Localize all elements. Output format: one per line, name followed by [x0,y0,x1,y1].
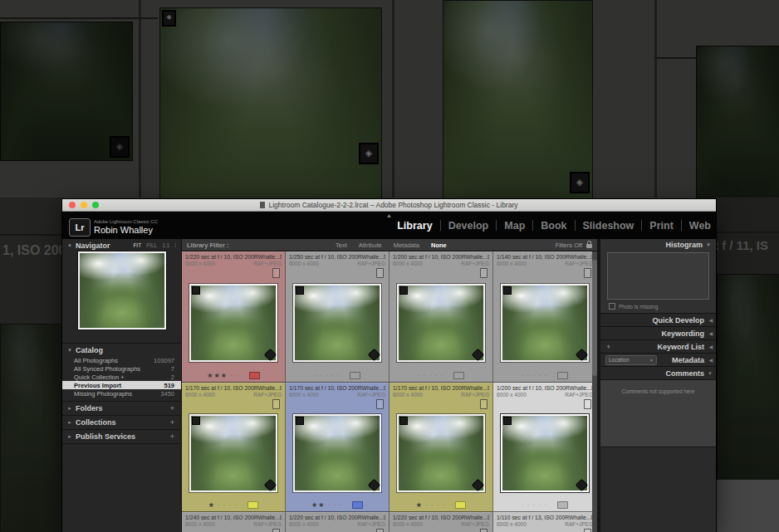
flag-icon[interactable] [480,529,487,532]
navigator-preview-image[interactable] [78,251,166,329]
photo-thumbnail[interactable] [189,284,277,362]
color-label-swatch[interactable] [455,501,466,509]
photo-cell[interactable]: 1/170 sec at f / 10, ISO 200RWhalle...DS… [182,383,286,512]
photo-cell[interactable]: 1/170 sec at f / 10, ISO 200RWhalle...DS… [286,383,390,512]
filter-option-metadata[interactable]: Metadata [394,242,419,249]
catalog-item-quick-collection-[interactable]: Quick Collection +2 [62,373,181,381]
color-label-swatch[interactable] [352,501,363,509]
panel-header-keyword-list[interactable]: +Keyword List◀ [600,340,716,354]
flag-icon[interactable] [272,529,280,532]
photo-cell[interactable]: 1/220 sec at f / 10, ISO 200RWhalle...DS… [286,512,390,532]
raw-jpeg-badge-icon [192,286,200,295]
photo-cell[interactable]: 1/170 sec at f / 10, ISO 200RWhalle...DS… [390,383,493,512]
add-button[interactable]: + [170,432,174,441]
filter-option-none[interactable]: None [431,242,447,249]
flag-icon[interactable] [376,529,384,532]
cell-header: 1/170 sec at f / 10, ISO 200RWhalle...DS… [390,383,492,391]
tab-map[interactable]: Map [504,220,525,232]
filter-option-text[interactable]: Text [336,242,347,249]
metadata-preset-dropdown[interactable]: Location▼ [605,355,657,365]
color-label-swatch[interactable] [247,501,258,509]
grid-scrollbar-thumb[interactable] [592,260,597,376]
photo-thumbnail[interactable] [397,284,485,362]
grid-scrollbar-track[interactable] [592,251,597,532]
photo-cell[interactable]: 1/110 sec at f / 13, ISO 200RWhalle...DS… [493,512,597,532]
add-keyword-button[interactable]: + [606,343,610,351]
color-label-swatch[interactable] [350,372,360,379]
sidebar-section-collections[interactable]: ►Collections+ [62,415,181,429]
exposure-info: 1/170 sec at f / 10, ISO 200 [393,385,462,391]
zoom-fill-option[interactable]: FILL [146,242,157,248]
catalog-item-all-photographs[interactable]: All Photographs103097 [62,356,181,364]
panel-header-quick-develop[interactable]: Quick Develop◀ [600,314,716,327]
photo-thumbnail[interactable] [293,414,381,492]
panel-header-metadata[interactable]: Location▼Metadata◀ [600,354,716,367]
panel-header-keywording[interactable]: Keywording◀ [600,327,716,340]
cell-header: 1/200 sec at f / 10, ISO 200RWhalle...DS… [493,383,596,391]
badge-icon: ◈ [110,136,130,158]
photo-thumbnail[interactable] [501,414,589,492]
rating-stars[interactable]: · · · · · [522,501,547,509]
tab-web[interactable]: Web [689,220,711,232]
catalog-title: Catalog [76,346,103,354]
image-dimensions: 6000 x 4000 [497,392,527,398]
tab-book[interactable]: Book [541,220,566,232]
photo-thumbnail[interactable] [397,414,485,492]
zoom-fit-option[interactable]: FIT [133,242,141,248]
photo-cell[interactable]: 1/220 sec at f / 10, ISO 200RWhalle...DS… [390,512,493,532]
color-label-swatch[interactable] [557,501,568,509]
color-label-swatch[interactable] [453,372,464,379]
sidebar-section-folders[interactable]: ►Folders+ [62,401,181,415]
flag-row [182,398,285,408]
tab-library[interactable]: Library [397,220,432,232]
panel-header-comments[interactable]: Comments▼ [600,367,716,380]
tab-slideshow[interactable]: Slideshow [583,220,634,232]
rating-stars[interactable]: · · · · · [418,372,443,379]
cell-subheader: 6000 x 4000RAF+JPEG [493,391,596,398]
thumbnail-area [286,277,389,368]
window-titlebar[interactable]: Lightroom Catalogue-2-2-2.lrcat – Adobe … [62,199,716,212]
add-button[interactable]: + [170,418,174,427]
rating-stars[interactable]: ★ · · · · [208,501,238,509]
panel-collapse-arrow-icon[interactable]: ▲ [386,212,392,218]
catalog-item-all-synced-photographs[interactable]: All Synced Photographs7 [62,364,181,373]
catalog-header[interactable]: ▼ Catalog [62,344,181,356]
metadata-badge-icon [264,349,277,362]
photo-thumbnail[interactable] [189,414,277,492]
catalog-item-missing-photographs[interactable]: Missing Photographs3450 [62,389,181,398]
photo-thumbnail[interactable] [501,284,589,362]
cell-subheader: 6000 x 4000RAF+JPEG [493,260,596,266]
photo-cell[interactable]: 1/220 sec at f / 10, ISO 200RWhalle...DS… [182,251,286,383]
photo-cell[interactable]: 1/140 sec at f / 10, ISO 200RWhalle...DS… [493,251,597,383]
rating-stars[interactable]: ★★★ · · [207,372,238,379]
cell-header: 1/200 sec at f / 10, ISO 200RWhalle...DS… [390,251,492,260]
photo-cell[interactable]: 1/200 sec at f / 10, ISO 200RWhalle...DS… [390,251,493,383]
filters-off-toggle[interactable]: Filters Off [556,242,582,249]
identity-app-line: Adobe Lightroom Classic CC [94,219,158,225]
zoom-one-to-one-option[interactable]: 1:1 [162,242,169,248]
sidebar-section-publish-services[interactable]: ►Publish Services+ [62,429,181,443]
photo-thumbnail[interactable] [293,284,381,362]
photo-cell[interactable]: 1/240 sec at f / 10, ISO 200RWhalle...DS… [182,512,286,532]
rating-stars[interactable]: ★★ · · · [311,501,342,509]
photo-cell[interactable]: 1/250 sec at f / 10, ISO 200RWhalle...DS… [286,251,390,383]
flag-icon[interactable] [584,529,591,532]
tab-print[interactable]: Print [649,220,673,232]
exposure-info: 1/250 sec at f / 10, ISO 200 [289,254,358,260]
rating-stars[interactable]: · · · · · [522,372,547,379]
bg-grid-line [0,234,62,236]
navigator-header[interactable]: ▼ Navigator FIT FILL 1:1 ⁞ [62,239,181,251]
catalog-item-previous-import[interactable]: Previous Import519 [62,381,181,389]
tab-develop[interactable]: Develop [448,220,489,232]
histogram-header[interactable]: Histogram ▼ [600,239,716,251]
color-label-swatch[interactable] [557,372,568,379]
rating-stars[interactable]: · · · · · [314,372,340,379]
photo-cell[interactable]: 1/200 sec at f / 10, ISO 200RWhalle...DS… [493,383,597,512]
rating-stars[interactable]: ★ · · · · [416,501,446,509]
zoom-ratio-menu-icon[interactable]: ⁞ [174,242,176,248]
color-label-swatch[interactable] [249,372,260,379]
filter-option-attribute[interactable]: Attribute [359,242,382,249]
cell-footer: ★★★ · · [182,368,285,382]
add-button[interactable]: + [170,404,174,412]
filter-lock-icon[interactable] [586,244,592,248]
